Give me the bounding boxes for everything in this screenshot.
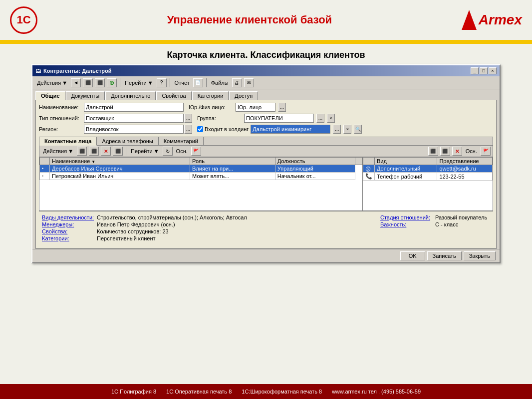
col-contact-value-header[interactable]: Представление xyxy=(437,158,493,165)
stage-link[interactable]: Стадия отношений: xyxy=(380,214,435,220)
holding-search-btn[interactable]: 🔍 xyxy=(354,125,362,134)
importance-link[interactable]: Важность: xyxy=(380,221,435,227)
sort-arrow-icon: ▼ xyxy=(91,160,95,164)
sub-add-btn[interactable]: ⬛ xyxy=(77,147,87,156)
info-importance: Важность: С - класс xyxy=(380,221,490,227)
close-button-main[interactable]: Закрыть xyxy=(464,251,496,260)
sub-r-add-btn[interactable]: ⬛ xyxy=(428,147,438,156)
sub-edit-btn[interactable]: ⬛ xyxy=(89,147,99,156)
files-menu[interactable]: Файлы xyxy=(210,79,230,86)
help-button[interactable]: ? xyxy=(157,78,167,87)
sub-tab-comments[interactable]: Комментарий xyxy=(159,137,204,145)
yellow-stripe xyxy=(0,40,532,44)
holding-clear-btn[interactable]: × xyxy=(343,125,351,134)
sub-actions-menu[interactable]: Действия ▼ xyxy=(41,148,75,155)
window-title: Контрагенты: Дальстрой xyxy=(43,68,112,74)
minimize-button[interactable]: _ xyxy=(471,67,479,74)
sub-flag-btn[interactable]: 🚩 xyxy=(191,147,201,156)
col-contact-type-header[interactable]: Вид xyxy=(375,158,437,165)
sub-r-edit-btn[interactable]: ⬛ xyxy=(440,147,450,156)
contact-details-table: Вид Представление @ Дополнительный qwett… xyxy=(363,157,493,181)
holding-input[interactable] xyxy=(251,125,330,134)
tab-documents[interactable]: Документы xyxy=(66,91,105,100)
contact-name: Петровский Иван Ильич xyxy=(50,173,190,180)
table-row[interactable]: @ Дополнительный qwett@sadk.ru xyxy=(363,165,493,173)
group-input[interactable] xyxy=(244,114,314,123)
table-row[interactable]: • Петровский Иван Ильич Может влять... Н… xyxy=(40,173,362,180)
sub-tab-contacts[interactable]: Контактные лица xyxy=(39,137,97,146)
col-role-header[interactable]: Роль xyxy=(190,158,275,165)
group-clear-btn[interactable]: × xyxy=(327,114,335,123)
actions-label: Действия xyxy=(37,80,61,86)
region-btn[interactable]: … xyxy=(184,125,192,134)
info-stage: Стадия отношений: Разовый покупатель xyxy=(380,214,490,220)
contact-name: Деребасов Илья Сергеевич xyxy=(50,165,190,173)
goto-menu[interactable]: Перейти ▼ xyxy=(123,79,154,86)
tab-categories[interactable]: Категории xyxy=(192,91,229,100)
sub-goto-menu[interactable]: Перейти ▼ xyxy=(129,148,160,155)
nav-button[interactable]: ⬛ xyxy=(95,78,105,87)
managers-link[interactable]: Менеджеры: xyxy=(42,221,97,227)
type-btn[interactable]: … xyxy=(184,114,192,123)
actions-menu[interactable]: Действия ▼ xyxy=(35,79,69,86)
footer-item-2: 1С:Оперативная печать 8 xyxy=(166,389,232,395)
files-icon-button[interactable]: 🖨 xyxy=(232,78,242,87)
sub-r-flag-btn[interactable]: 🚩 xyxy=(481,147,491,156)
tab-additional[interactable]: Дополнительно xyxy=(105,91,156,100)
details-empty-space xyxy=(363,181,493,210)
sub-del-btn[interactable]: ✕ xyxy=(101,147,111,156)
col-indicator xyxy=(40,158,50,165)
sub-r-del-btn[interactable]: ✕ xyxy=(452,147,462,156)
region-input[interactable] xyxy=(84,125,184,134)
activities-link[interactable]: Виды деятельности: xyxy=(42,214,97,220)
contact-role: Влияет на при... xyxy=(190,165,275,173)
action-button[interactable]: ⊕ xyxy=(107,78,117,87)
col-position-header[interactable]: Должность xyxy=(275,158,355,165)
files-label: Файлы xyxy=(211,80,229,86)
footer-item-4: www.armex.ru тел . (495) 585-06-59 xyxy=(332,389,421,395)
categories-link[interactable]: Категории: xyxy=(42,235,97,241)
importance-value: С - класс xyxy=(435,221,490,227)
holding-checkbox[interactable] xyxy=(197,126,203,132)
sub-actions-label: Действия xyxy=(43,148,67,154)
sub-osn-btn[interactable]: Осн. xyxy=(175,148,189,155)
sub-actions-arrow-icon: ▼ xyxy=(68,148,73,154)
table-row[interactable]: • Деребасов Илья Сергеевич Влияет на при… xyxy=(40,165,362,173)
print-button[interactable]: ✉ xyxy=(244,78,254,87)
report-menu[interactable]: Отчет xyxy=(173,79,191,86)
sub-refresh-btn[interactable]: ↻ xyxy=(163,147,173,156)
close-button[interactable]: × xyxy=(489,67,497,74)
sub-r-osn-btn[interactable]: Осн. xyxy=(464,147,479,156)
form-row-region: Регион: … Входит в холдинг … × 🔍 xyxy=(39,125,493,134)
page-subtitle: Карточка клиента. Классификация клиентов xyxy=(0,44,532,64)
type-input[interactable] xyxy=(84,114,184,123)
logo-1c-icon: 1С xyxy=(10,6,37,34)
sub-tab-addresses[interactable]: Адреса и телефоны xyxy=(97,137,158,145)
legal-btn[interactable]: … xyxy=(278,103,286,112)
info-section: Виды деятельности: Строительство, стройм… xyxy=(39,211,493,245)
back-button[interactable]: ◄ xyxy=(71,78,81,87)
col-name-header[interactable]: Наименование ▼ xyxy=(50,158,190,165)
name-input[interactable] xyxy=(84,103,184,112)
separator-1 xyxy=(120,78,120,87)
group-btn[interactable]: … xyxy=(316,114,324,123)
holding-btn[interactable]: … xyxy=(333,125,341,134)
maximize-button[interactable]: □ xyxy=(480,67,488,74)
properties-link[interactable]: Свойства: xyxy=(42,228,97,234)
armex-triangle-icon xyxy=(462,10,477,30)
tab-properties[interactable]: Свойства xyxy=(156,91,191,100)
sub-goto-label: Перейти xyxy=(131,148,153,154)
ok-button[interactable]: OK xyxy=(400,251,425,260)
sub-copy-btn[interactable]: ⬛ xyxy=(113,147,123,156)
report-label: Отчет xyxy=(175,80,190,86)
fwd-button[interactable]: ⬛ xyxy=(83,78,93,87)
svg-marker-0 xyxy=(462,10,477,30)
row-icon: • xyxy=(40,173,50,180)
tab-general[interactable]: Общие xyxy=(35,91,65,100)
report-icon-button[interactable]: 📄 xyxy=(193,78,203,87)
sub-toolbar-right: ⬛ ⬛ ✕ Осн. 🚩 xyxy=(428,147,491,156)
save-button[interactable]: Записать xyxy=(427,251,462,260)
legal-input[interactable] xyxy=(236,103,275,112)
table-row[interactable]: 📞 Телефон рабочий 123-22-55 xyxy=(363,173,493,181)
tab-access[interactable]: Доступ xyxy=(229,91,258,100)
